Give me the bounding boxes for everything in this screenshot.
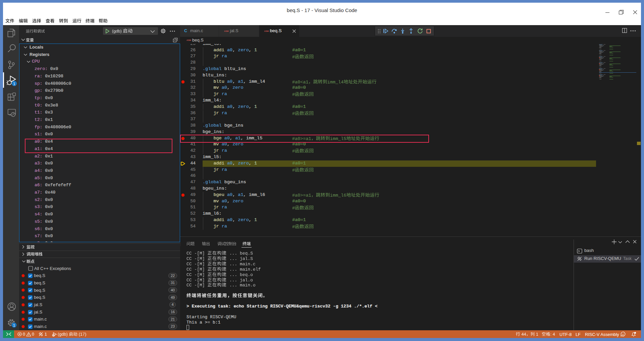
svg-text:1: 1	[13, 323, 15, 327]
svg-text:1: 1	[13, 81, 15, 85]
